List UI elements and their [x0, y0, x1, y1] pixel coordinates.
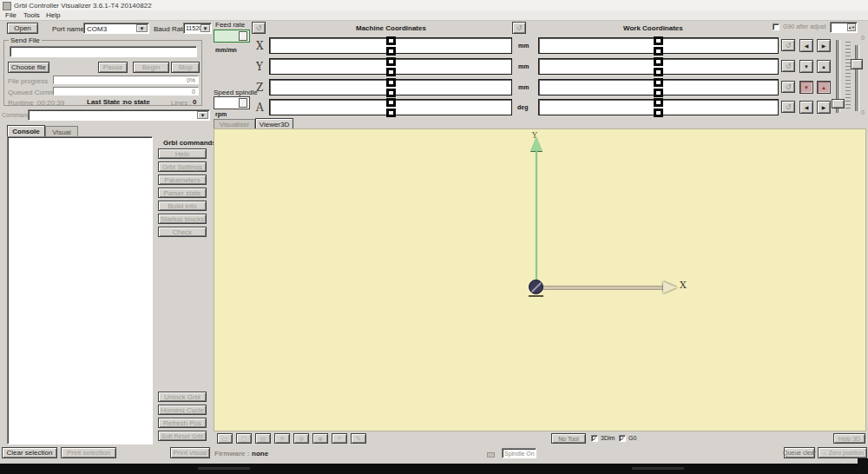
zero-z-button[interactable]: ↺	[781, 81, 795, 93]
jog-y-plus-icon: ▲	[821, 64, 826, 69]
help-3d-button[interactable]: Help 3D	[833, 433, 865, 444]
jog-a-minus-icon: ◀	[805, 104, 809, 110]
viewer3d-canvas[interactable]: Y X	[214, 128, 866, 431]
viewer-tool-icon-1: ▭	[221, 435, 228, 443]
viewer-toolbar-button-6[interactable]: ◈	[312, 433, 328, 444]
step-size-spinbox[interactable]: ▲▼	[830, 22, 858, 33]
jog-a-plus-button[interactable]: ▶	[817, 101, 831, 114]
feed-rate-slider[interactable]	[214, 30, 250, 43]
g90-after-adjust-checkbox[interactable]	[773, 23, 779, 30]
command-label: Command	[2, 112, 30, 118]
viewer-toolbar-button-4[interactable]: ✛	[274, 433, 290, 444]
menu-file[interactable]: File	[5, 11, 16, 19]
tab-console[interactable]: Console	[7, 125, 45, 137]
stop-button[interactable]: Stop	[171, 62, 200, 73]
viewer-toolbar-button-8[interactable]: ✎	[351, 433, 366, 444]
jog-a-plus-icon: ▶	[822, 104, 826, 110]
axis-x-letter: X	[256, 40, 264, 52]
g0-checkbox[interactable]: ✓	[619, 435, 626, 442]
zero-x-button[interactable]: ↺	[781, 39, 795, 51]
port-combo[interactable]: COM3 ▼	[83, 23, 149, 34]
x-axis-arrowhead	[663, 281, 677, 293]
jog-y-minus-icon: ▼	[804, 64, 809, 69]
step-size-slider-track[interactable]	[855, 45, 859, 111]
speed-spindle-slider[interactable]	[214, 96, 250, 109]
menu-help[interactable]: Help	[46, 11, 60, 19]
port-name-label: Port name	[52, 25, 84, 33]
machine-a-value: 0	[386, 98, 396, 117]
menu-tools[interactable]: Tools	[23, 11, 40, 19]
zero-position-button[interactable]: → Zero position	[818, 447, 867, 458]
jog-x-minus-icon: ◀	[805, 43, 809, 49]
zero-a-button[interactable]: ↺	[781, 101, 795, 113]
jog-x-minus-button[interactable]: ◀	[799, 39, 813, 52]
jog-z-plus-button[interactable]: ▲	[817, 81, 831, 94]
machine-zero-all-button[interactable]: ↺	[252, 22, 266, 34]
grbl-build-info-button[interactable]: Build info	[158, 201, 207, 211]
print-visual-button[interactable]: Print visual	[170, 447, 210, 458]
baud-combo-arrow-icon[interactable]: ▼	[201, 24, 210, 32]
viewer-tool-icon-2: ◻	[241, 435, 247, 443]
work-a-value: 0	[654, 98, 663, 117]
y-axis-line	[536, 150, 537, 287]
spindle-on-indicator[interactable]: Spindle On	[502, 448, 536, 458]
jog-x-plus-button[interactable]: ▶	[817, 39, 831, 52]
choose-file-button[interactable]: Choose file	[8, 62, 49, 73]
command-combo[interactable]: ▼	[28, 109, 210, 121]
strip-mark-right	[632, 467, 684, 470]
file-path-input[interactable]	[10, 46, 197, 57]
axis-a-unit: deg	[517, 104, 528, 110]
x-axis-line	[536, 286, 665, 290]
jog-y-minus-button[interactable]: ▼	[799, 60, 813, 73]
axis-y-letter: Y	[256, 61, 263, 73]
zero-y-button[interactable]: ↺	[781, 60, 795, 72]
pause-button[interactable]: Pause	[98, 62, 128, 73]
grbl-help-button[interactable]: Help	[158, 148, 207, 159]
clear-selection-button[interactable]: Clear selection	[2, 447, 57, 458]
no-tool-button[interactable]: No Tool	[551, 433, 586, 444]
baud-rate-label: Baud Rate	[154, 25, 187, 33]
viewer-toolbar-button-1[interactable]: ▭	[217, 433, 233, 444]
feed-rate-unit: mm/mn	[215, 47, 237, 53]
jog-y-plus-button[interactable]: ▲	[817, 60, 831, 73]
homing-cycle-button[interactable]: Homing Cycle	[158, 405, 207, 415]
work-z-value: 0	[654, 78, 663, 97]
console-list[interactable]	[7, 136, 153, 444]
machine-coordinates-title: Machine Coordinates	[356, 24, 426, 32]
grbl-commands-title: Grbl commands	[163, 139, 216, 147]
port-combo-arrow-icon[interactable]: ▼	[136, 24, 148, 32]
grbl-parameters-button[interactable]: Parameters	[158, 174, 207, 185]
print-selection-button[interactable]: Print selection	[61, 447, 116, 458]
open-button[interactable]: Open	[7, 23, 38, 34]
dim3-checkbox[interactable]: ✓	[591, 435, 598, 442]
file-progress-bar: 0%	[53, 76, 199, 84]
jog-z-minus-button[interactable]: ▼	[799, 81, 813, 94]
viewer-toolbar-button-2[interactable]: ◻	[236, 433, 252, 444]
queue-clear-button[interactable]: Queue clear	[784, 447, 815, 458]
grbl-parser-state-button[interactable]: Parser state	[158, 188, 207, 198]
origin-tool-marker	[529, 280, 543, 294]
viewer-toolbar-button-5[interactable]: ⊕	[293, 433, 309, 444]
begin-button[interactable]: Begin	[133, 62, 169, 73]
speed-spindle-slider-handle[interactable]	[239, 98, 247, 108]
grbl-settings-button[interactable]: Grbl Settings	[158, 161, 207, 172]
viewer-toolbar-button-3[interactable]: ▤	[255, 433, 271, 444]
jog-z-minus-icon: ▼	[804, 85, 809, 90]
soft-reset-grbl-button[interactable]: Soft Reset Grbl	[158, 431, 207, 441]
firmware-label: Firmware :	[214, 450, 249, 458]
refresh-pos-button[interactable]: Refresh Pos	[158, 418, 207, 428]
send-file-group: Send File Choose file Pause Begin Stop F…	[3, 40, 202, 106]
baud-combo[interactable]: 115200 ▼	[183, 23, 212, 34]
viewer-toolbar-button-7[interactable]: ⌖	[332, 433, 347, 444]
grbl-check-button[interactable]: Check	[158, 227, 207, 237]
work-zero-all-button[interactable]: ↺	[512, 22, 526, 34]
grbl-startup-blocks-button[interactable]: Startup blocks	[158, 214, 207, 224]
feed-rate-slider-handle[interactable]	[239, 31, 247, 41]
step-spin-arrows-icon[interactable]: ▲▼	[847, 23, 856, 31]
jog-speed-slider-handle[interactable]	[832, 99, 845, 109]
command-combo-arrow-icon[interactable]: ▼	[197, 111, 208, 119]
machine-z-display: 0	[269, 79, 512, 95]
unlock-grbl-button[interactable]: Unlock Grbl	[158, 392, 207, 402]
jog-a-minus-button[interactable]: ◀	[799, 101, 813, 114]
step-size-slider-handle[interactable]	[851, 59, 863, 69]
